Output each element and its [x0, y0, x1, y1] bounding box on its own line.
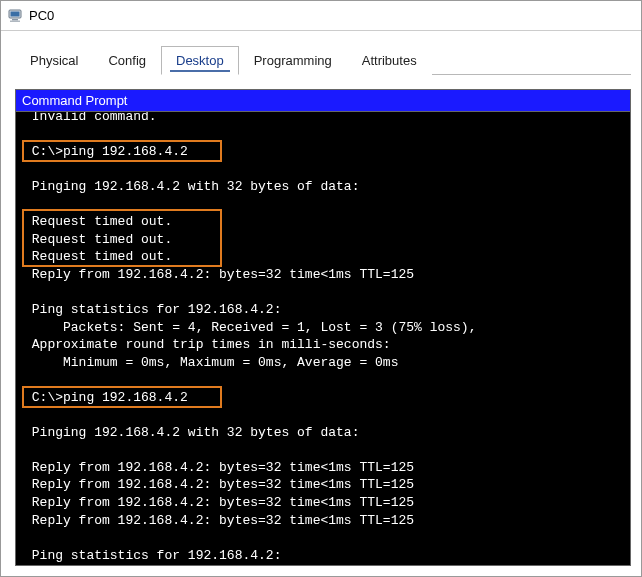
- terminal-line: Minimum = 0ms, Maximum = 0ms, Average = …: [24, 354, 622, 372]
- terminal-line: Reply from 192.168.4.2: bytes=32 time<1m…: [24, 459, 622, 477]
- terminal-line: Approximate round trip times in milli-se…: [24, 336, 622, 354]
- terminal-line: [24, 441, 622, 459]
- terminal-line: Invalid command.: [24, 111, 622, 126]
- terminal-line: Reply from 192.168.4.2: bytes=32 time<1m…: [24, 512, 622, 530]
- svg-rect-1: [11, 11, 20, 16]
- pc-icon: [7, 8, 23, 24]
- tab-config[interactable]: Config: [93, 46, 161, 75]
- terminal-line: C:\>ping 192.168.4.2: [24, 143, 622, 161]
- command-prompt-terminal[interactable]: Invalid command. C:\>ping 192.168.4.2 Pi…: [15, 111, 631, 566]
- terminal-line: Packets: Sent = 4, Received = 4, Lost = …: [24, 564, 622, 566]
- terminal-line: [24, 283, 622, 301]
- terminal-line: [24, 126, 622, 144]
- terminal-line: Pinging 192.168.4.2 with 32 bytes of dat…: [24, 424, 622, 442]
- tab-bar: PhysicalConfigDesktopProgrammingAttribut…: [15, 45, 631, 75]
- terminal-line: Ping statistics for 192.168.4.2:: [24, 547, 622, 565]
- window-title: PC0: [29, 8, 54, 23]
- terminal-line: C:\>ping 192.168.4.2: [24, 389, 622, 407]
- svg-rect-3: [10, 20, 20, 22]
- terminal-line: [24, 161, 622, 179]
- terminal-line: Request timed out.: [24, 213, 622, 231]
- terminal-line: [24, 406, 622, 424]
- terminal-line: [24, 196, 622, 214]
- terminal-line: Request timed out.: [24, 248, 622, 266]
- terminal-line: Reply from 192.168.4.2: bytes=32 time<1m…: [24, 266, 622, 284]
- tab-attributes[interactable]: Attributes: [347, 46, 432, 75]
- content-area: PhysicalConfigDesktopProgrammingAttribut…: [1, 31, 641, 566]
- svg-rect-2: [12, 19, 18, 21]
- panel-title: Command Prompt: [15, 89, 631, 111]
- terminal-line: Reply from 192.168.4.2: bytes=32 time<1m…: [24, 476, 622, 494]
- terminal-line: Request timed out.: [24, 231, 622, 249]
- tab-programming[interactable]: Programming: [239, 46, 347, 75]
- terminal-line: Pinging 192.168.4.2 with 32 bytes of dat…: [24, 178, 622, 196]
- terminal-line: [24, 529, 622, 547]
- tab-physical[interactable]: Physical: [15, 46, 93, 75]
- title-bar: PC0: [1, 1, 641, 31]
- tab-desktop[interactable]: Desktop: [161, 46, 239, 75]
- terminal-line: Reply from 192.168.4.2: bytes=32 time<1m…: [24, 494, 622, 512]
- terminal-line: [24, 371, 622, 389]
- terminal-line: Packets: Sent = 4, Received = 1, Lost = …: [24, 319, 622, 337]
- terminal-line: Ping statistics for 192.168.4.2:: [24, 301, 622, 319]
